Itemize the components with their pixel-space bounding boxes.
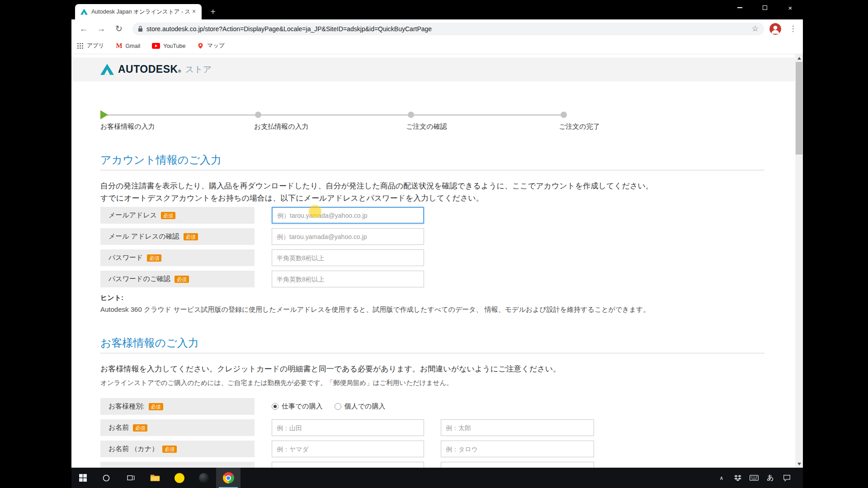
step-label-2: お支払情報の入力 bbox=[254, 122, 309, 131]
form-row: メール アドレスの確認 必須 bbox=[100, 228, 764, 245]
customer-section-title: お客様情報のご入力 bbox=[100, 336, 764, 350]
window-controls: × bbox=[727, 0, 803, 15]
apps-grid-icon bbox=[77, 42, 84, 49]
yellow-app-icon bbox=[175, 473, 184, 483]
dropbox-tray-icon[interactable] bbox=[730, 468, 746, 488]
divider bbox=[100, 170, 764, 170]
url-text[interactable]: store.autodesk.co.jp/store?Action=Displa… bbox=[146, 25, 752, 33]
autodesk-mark-icon bbox=[100, 63, 114, 75]
page-viewport: AUTODESK® ストア お客様情報の入力 お支払情報の入力 ご注文の確認 ご… bbox=[71, 54, 803, 468]
site-header: AUTODESK® ストア bbox=[71, 57, 803, 81]
required-badge: 必須 bbox=[133, 424, 147, 432]
field-label-text: パスワードのご確認 bbox=[108, 275, 170, 283]
password-confirm-input[interactable] bbox=[272, 271, 424, 287]
scroll-up-icon[interactable] bbox=[795, 54, 803, 62]
hidden-icons-caret[interactable]: ∧ bbox=[713, 468, 730, 488]
field-label-text: メール アドレスの確認 bbox=[108, 232, 179, 241]
field-label-text: お名前 （カナ） bbox=[108, 445, 158, 453]
bookmark-gmail[interactable]: M Gmail bbox=[116, 42, 140, 50]
stepper-line bbox=[107, 114, 565, 116]
new-tab-button[interactable]: + bbox=[207, 6, 219, 18]
bookmark-star-icon[interactable]: ☆ bbox=[752, 24, 759, 33]
dark-app-icon bbox=[199, 473, 209, 483]
bookmark-youtube[interactable]: YouTube bbox=[152, 43, 185, 49]
form-row: メールアドレス 必須 bbox=[100, 207, 764, 224]
page-content: お客様情報の入力 お支払情報の入力 ご注文の確認 ご注文の完了 アカウント情報の… bbox=[100, 109, 764, 468]
first-name-kana-input[interactable] bbox=[441, 441, 594, 457]
tab-title: Autodesk Japan オンラインストア - ス bbox=[91, 8, 190, 16]
password-input[interactable] bbox=[272, 249, 424, 266]
forward-button[interactable]: → bbox=[94, 21, 109, 37]
field-label: お名前 （カナ） 必須 bbox=[100, 441, 255, 457]
field-label-text: お客様種別: bbox=[108, 402, 145, 411]
reload-button[interactable]: ↻ bbox=[111, 21, 127, 37]
required-badge: 必須 bbox=[149, 403, 163, 410]
step-dot-icon bbox=[255, 112, 261, 118]
radio-personal-label[interactable]: 個人での購入 bbox=[344, 402, 386, 411]
scrollbar-thumb[interactable] bbox=[796, 62, 802, 155]
browser-tab[interactable]: Autodesk Japan オンラインストア - ス × bbox=[75, 4, 202, 19]
yellow-app-button[interactable] bbox=[167, 468, 192, 488]
autodesk-logo[interactable]: AUTODESK® ストア bbox=[100, 63, 212, 75]
required-badge: 必須 bbox=[175, 276, 189, 283]
system-tray: ∧ あ bbox=[713, 468, 803, 488]
customer-form: お客様種別: 必須 仕事での購入 個人での購入 お名前 必須 bbox=[100, 398, 764, 468]
account-intro-1: 自分の発注請書を表示したり、購入品を再ダウンロードしたり、自分が発注した商品の配… bbox=[100, 181, 764, 191]
minimize-button[interactable] bbox=[727, 0, 752, 15]
action-center-icon[interactable] bbox=[778, 468, 795, 488]
maximize-button[interactable] bbox=[752, 0, 778, 15]
required-badge: 必須 bbox=[161, 212, 175, 219]
form-row-partial bbox=[100, 462, 764, 468]
bookmark-apps[interactable]: アプリ bbox=[77, 42, 104, 50]
last-name-input[interactable] bbox=[272, 419, 424, 436]
keyboard-tray-icon[interactable] bbox=[746, 468, 762, 488]
browser-titlebar: Autodesk Japan オンラインストア - ス × + × bbox=[71, 0, 803, 19]
account-form: メールアドレス 必須 メール アドレスの確認 必須 パスワード 必須 bbox=[100, 207, 764, 287]
profile-avatar[interactable] bbox=[769, 23, 781, 35]
file-explorer-button[interactable] bbox=[143, 468, 167, 488]
email-confirm-input[interactable] bbox=[272, 228, 424, 245]
field-label: メールアドレス 必須 bbox=[100, 207, 255, 224]
radio-business[interactable] bbox=[272, 403, 278, 410]
step-label-1: お客様情報の入力 bbox=[100, 122, 155, 131]
start-button[interactable] bbox=[71, 468, 94, 488]
divider bbox=[100, 353, 764, 353]
browser-menu-icon[interactable]: ⋮ bbox=[788, 23, 798, 35]
bookmarks-bar: アプリ M Gmail YouTube マップ bbox=[71, 38, 803, 54]
step-active-marker-icon bbox=[100, 110, 108, 119]
last-name-kana-input[interactable] bbox=[272, 441, 424, 457]
task-view-button[interactable] bbox=[118, 468, 143, 488]
partial-input-1[interactable] bbox=[272, 462, 424, 468]
close-icon: × bbox=[788, 5, 793, 11]
customer-intro-1: お客様情報を入力してください。クレジットカードの明細書と同一である必要があります… bbox=[100, 364, 764, 374]
bookmark-label: Gmail bbox=[126, 43, 141, 49]
bookmark-maps[interactable]: マップ bbox=[197, 42, 224, 50]
search-button[interactable] bbox=[94, 468, 118, 488]
radio-personal[interactable] bbox=[335, 403, 341, 410]
back-button[interactable]: ← bbox=[76, 21, 91, 37]
field-label: メール アドレスの確認 必須 bbox=[100, 228, 255, 245]
page-scrollbar[interactable] bbox=[795, 54, 803, 468]
autodesk-favicon-icon bbox=[80, 9, 88, 15]
step-dot-icon bbox=[561, 112, 567, 118]
scroll-down-icon[interactable] bbox=[795, 460, 803, 468]
partial-input-2[interactable] bbox=[441, 462, 594, 468]
form-row: お客様種別: 必須 仕事での購入 個人での購入 bbox=[100, 398, 764, 415]
chrome-taskbar-button[interactable] bbox=[216, 468, 241, 488]
email-input[interactable] bbox=[272, 207, 424, 224]
field-label-text: パスワード bbox=[108, 253, 143, 262]
first-name-input[interactable] bbox=[441, 419, 594, 436]
radio-business-label[interactable]: 仕事での購入 bbox=[282, 402, 323, 411]
customer-type-radios: 仕事での購入 個人での購入 bbox=[272, 398, 385, 415]
required-badge: 必須 bbox=[147, 254, 161, 262]
dark-app-button[interactable] bbox=[192, 468, 216, 488]
close-button[interactable]: × bbox=[778, 0, 803, 15]
bookmark-label: YouTube bbox=[163, 43, 185, 49]
tab-close-icon[interactable]: × bbox=[190, 8, 198, 16]
address-bar[interactable]: store.autodesk.co.jp/store?Action=Displa… bbox=[132, 23, 764, 35]
field-label-text: お名前 bbox=[108, 423, 129, 432]
ime-indicator[interactable]: あ bbox=[762, 468, 778, 488]
form-row: お名前 必須 bbox=[100, 419, 764, 436]
step-label-4: ご注文の完了 bbox=[559, 122, 600, 131]
taskbar: ∧ あ bbox=[71, 468, 803, 488]
